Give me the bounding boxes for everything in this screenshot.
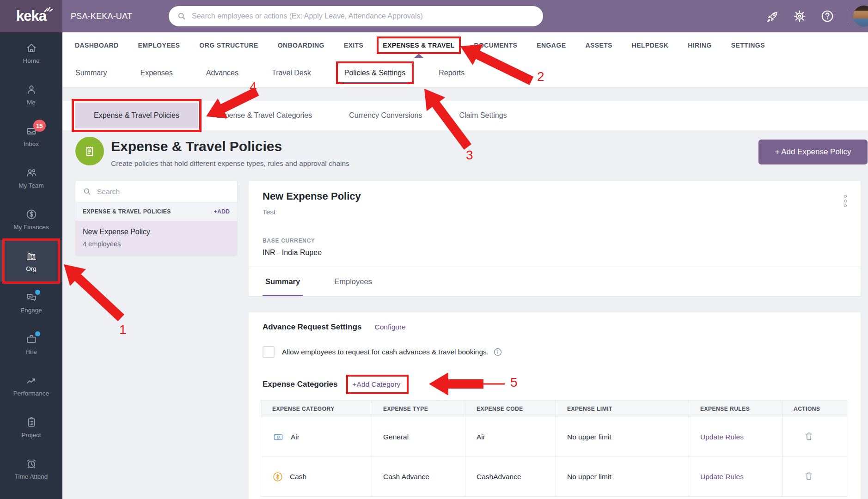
sidebar-item-performance[interactable]: Performance [0,365,62,407]
expense-code-cell: CashAdvance [465,457,556,497]
delete-category-button[interactable] [804,431,814,441]
inbox-icon: 15 [25,125,37,137]
nav-dashboard[interactable]: DASHBOARD [75,32,119,58]
update-rules-link[interactable]: Update Rules [700,433,744,441]
org-name: PSA-KEKA-UAT [71,0,132,32]
org-building-icon [25,250,37,262]
expense-limit-cell: No upper limit [556,417,689,457]
subnav-reports[interactable]: Reports [439,58,465,87]
subnav-policies-settings[interactable]: Policies & Settings [344,58,406,87]
trash-icon [804,471,814,481]
topbar-divider [847,10,847,23]
annotation-step-1: 1 [119,323,127,337]
col-expense-rules: EXPENSE RULES [689,401,782,417]
sidebar-item-hire[interactable]: Hire [0,323,62,365]
sidebar-item-label: Inbox [24,140,39,147]
tab-expense-travel-categories[interactable]: Expense & Travel Categories [198,101,330,130]
nav-settings[interactable]: SETTINGS [731,32,765,58]
tab-currency-conversions[interactable]: Currency Conversions [330,101,440,130]
finance-icon [25,208,37,220]
allow-advances-label: Allow employees to request for cash adva… [282,348,489,356]
gear-icon[interactable] [793,9,807,23]
policy-detail-title: New Expense Policy [263,190,361,202]
subnav-travel-desk[interactable]: Travel Desk [272,58,311,87]
tab-expense-travel-policies[interactable]: Expense & Travel Policies [75,103,198,128]
add-expense-policy-button[interactable]: + Add Expense Policy [758,140,868,164]
allow-advances-checkbox[interactable] [263,346,275,358]
add-category-link[interactable]: +Add Category [353,380,401,388]
nav-onboarding[interactable]: ONBOARDING [278,32,324,58]
nav-helpdesk[interactable]: HELPDESK [632,32,668,58]
sidebar-item-label: My Finances [13,224,49,231]
team-icon [25,167,37,179]
update-rules-link[interactable]: Update Rules [700,473,744,481]
col-expense-type: EXPENSE TYPE [372,401,465,417]
expense-code-cell: Air [465,417,556,457]
nav-documents[interactable]: DOCUMENTS [474,32,518,58]
policy-list-panel: EXPENSE & TRAVEL POLICIES +ADD New Expen… [75,181,237,256]
col-expense-limit: EXPENSE LIMIT [556,401,689,417]
nav-engage[interactable]: ENGAGE [537,32,566,58]
help-icon[interactable] [820,9,834,23]
expenses-sub-nav: Summary Expenses Advances Travel Desk Po… [62,58,868,88]
add-policy-link[interactable]: +ADD [214,208,230,215]
annotation-step-3: 3 [466,148,473,163]
sidebar-item-my-team[interactable]: My Team [0,157,62,199]
banknote-icon [272,432,284,442]
nav-org-structure[interactable]: ORG STRUCTURE [199,32,258,58]
tab-summary[interactable]: Summary [263,267,303,296]
page-subtitle: Create policies that hold different expe… [111,159,349,168]
sidebar-item-label: Performance [13,390,49,397]
advance-request-settings-title: Advance Request Settings [263,323,361,332]
policy-list-item[interactable]: New Expense Policy 4 employees [75,221,237,256]
sidebar-item-project[interactable]: Project [0,407,62,448]
nav-exits[interactable]: EXITS [344,32,363,58]
keka-logo[interactable]: keka [0,0,62,32]
person-icon [25,84,37,96]
tab-claim-settings[interactable]: Claim Settings [440,101,525,130]
base-currency-label: BASE CURRENCY [263,237,315,244]
delete-category-button[interactable] [804,471,814,481]
sidebar-item-me[interactable]: Me [0,74,62,116]
configure-link[interactable]: Configure [374,323,405,331]
policy-search-input[interactable] [97,188,237,196]
receipt-icon [75,137,104,165]
sidebar-item-inbox[interactable]: 15 Inbox [0,116,62,157]
sidebar-item-home[interactable]: Home [0,32,62,74]
rocket-icon[interactable] [765,9,779,23]
table-row: Cash Cash Advance CashAdvance No upper l… [261,457,847,497]
sidebar-item-time-attend[interactable]: Time Attend [0,448,62,490]
category-name: Air [291,433,300,441]
policy-summary-card: Advance Request Settings Configure Allow… [249,312,861,499]
nav-hiring[interactable]: HIRING [688,32,711,58]
tab-employees[interactable]: Employees [331,267,375,296]
cash-circle-icon [272,471,283,482]
top-bar: keka PSA-KEKA-UAT [0,0,868,32]
table-header-row: EXPENSE CATEGORY EXPENSE TYPE EXPENSE CO… [261,401,847,417]
global-search-input[interactable] [192,12,543,20]
sidebar-item-my-finances[interactable]: My Finances [0,199,62,240]
global-search[interactable] [169,6,543,26]
nav-assets[interactable]: ASSETS [585,32,612,58]
sidebar-item-org[interactable]: Org [0,240,62,282]
policy-detail-tabs: Summary Employees [249,267,861,296]
inbox-badge: 15 [33,120,45,132]
subnav-expenses[interactable]: Expenses [140,58,172,87]
category-name: Cash [290,473,306,481]
subnav-summary[interactable]: Summary [75,58,107,87]
sidebar-item-engage[interactable]: Engage [0,282,62,323]
sidebar-item-label: My Team [18,182,44,189]
hire-notify-dot [35,331,40,336]
table-row: Air General Air No upper limit Update Ru… [261,417,847,457]
policy-search[interactable] [75,181,237,202]
avatar[interactable] [853,6,868,27]
search-icon [177,12,186,21]
subnav-advances[interactable]: Advances [206,58,238,87]
nav-employees[interactable]: EMPLOYEES [138,32,180,58]
nav-expenses-travel[interactable]: EXPENSES & TRAVEL [383,32,454,58]
policy-list-title: EXPENSE & TRAVEL POLICIES [83,208,171,215]
kebab-menu-icon[interactable] [842,195,849,207]
info-icon[interactable] [493,347,502,357]
expense-categories-table: EXPENSE CATEGORY EXPENSE TYPE EXPENSE CO… [261,400,847,497]
sidebar-item-label: Hire [25,348,37,355]
